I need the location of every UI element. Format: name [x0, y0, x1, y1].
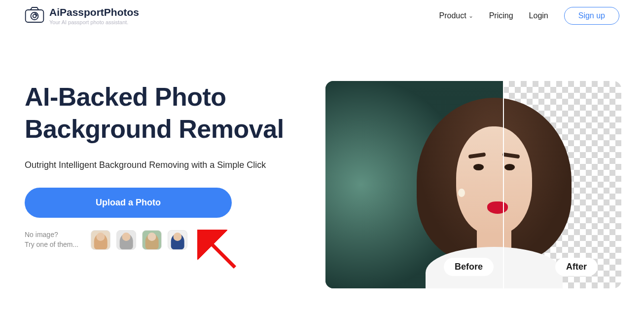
- nav-login[interactable]: Login: [529, 11, 548, 20]
- sample-row: No image? Try one of them...: [25, 230, 296, 250]
- subject-illustration: [408, 81, 580, 288]
- chevron-down-icon: ⌄: [468, 12, 473, 19]
- page-title: AI-Backed Photo Background Removal: [25, 81, 296, 145]
- hero-right: Before After: [325, 81, 621, 288]
- signup-button[interactable]: Sign up: [564, 7, 619, 25]
- nav-product-label: Product: [439, 11, 466, 20]
- sample-prompt-line2: Try one of them...: [25, 240, 79, 250]
- sample-thumb-4[interactable]: [168, 230, 187, 250]
- brand-name: AiPassportPhotos: [49, 6, 139, 18]
- sample-prompt: No image? Try one of them...: [25, 230, 79, 249]
- site-header: AiPassportPhotos Your AI passport photo …: [0, 0, 644, 27]
- sample-prompt-line1: No image?: [25, 230, 79, 240]
- camera-icon: [25, 5, 44, 27]
- sample-thumb-2[interactable]: [116, 230, 136, 250]
- after-badge: After: [555, 258, 598, 276]
- logo[interactable]: AiPassportPhotos Your AI passport photo …: [25, 5, 139, 27]
- compare-divider: [503, 81, 504, 288]
- brand-text: AiPassportPhotos Your AI passport photo …: [49, 6, 139, 25]
- main-nav: Product ⌄ Pricing Login Sign up: [439, 7, 619, 25]
- before-badge: Before: [444, 258, 494, 276]
- hero-left: AI-Backed Photo Background Removal Outri…: [25, 81, 296, 250]
- sample-thumb-3[interactable]: [142, 230, 162, 250]
- nav-pricing[interactable]: Pricing: [489, 11, 513, 20]
- nav-product[interactable]: Product ⌄: [439, 11, 473, 20]
- svg-point-2: [33, 14, 36, 18]
- svg-rect-0: [26, 10, 44, 22]
- page-subtitle: Outright Intelligent Background Removing…: [25, 160, 296, 170]
- brand-tagline: Your AI passport photo assistant.: [49, 19, 139, 25]
- before-after-image: Before After: [325, 81, 621, 288]
- sample-thumbnails: [91, 230, 187, 250]
- hero-section: AI-Backed Photo Background Removal Outri…: [0, 27, 644, 288]
- sample-thumb-1[interactable]: [91, 230, 110, 250]
- upload-photo-button[interactable]: Upload a Photo: [25, 188, 232, 218]
